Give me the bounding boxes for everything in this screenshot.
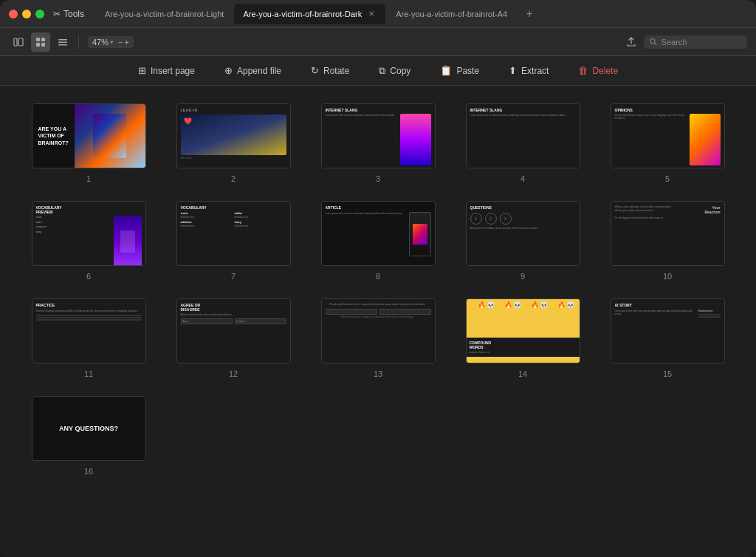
list-view-button[interactable] bbox=[53, 33, 72, 52]
slide-number-14: 14 bbox=[518, 369, 527, 378]
tab-light-label: Are-you-a-victim-of-brainrot-Light bbox=[105, 10, 224, 18]
slide2-label: LEAD-IN bbox=[181, 108, 286, 112]
sidebar-icon bbox=[13, 37, 24, 47]
zoom-chevron-icon: ▾ bbox=[110, 38, 114, 46]
svg-point-9 bbox=[650, 39, 655, 44]
slide-thumb-1[interactable]: ARE YOU AVICTIM OFBRAINROT? bbox=[32, 103, 146, 168]
append-file-icon: ⊕ bbox=[224, 65, 233, 76]
slide-number-8: 8 bbox=[376, 272, 380, 281]
append-file-label: Append file bbox=[237, 66, 281, 76]
add-tab-button[interactable]: + bbox=[520, 5, 538, 23]
sidebar-toggle-button[interactable] bbox=[9, 33, 28, 52]
slides-content: ARE YOU AVICTIM OFBRAINROT? 1 LEAD-IN ❤️… bbox=[0, 86, 756, 557]
list-item: QUESTIONS 1 2 3 What is the term 'Skibid… bbox=[458, 201, 588, 281]
copy-icon: ⧉ bbox=[379, 65, 385, 77]
list-item: People with brainrot tend to express the… bbox=[313, 298, 443, 378]
slide-thumb-14[interactable]: ⚡🔥💀⚡ 🔥💀⚡🔥 💀⚡🔥💀 COMPOUNDWORDS brainrot = … bbox=[466, 298, 580, 363]
list-item: PRACTICE Read the following sentences an… bbox=[24, 298, 154, 378]
list-item: ANY QUESTIONS? 16 bbox=[24, 396, 154, 476]
paste-button[interactable]: 📋 Paste bbox=[434, 62, 485, 79]
slide-thumb-3[interactable]: INTERNET SLANG Lorem ipsum dolor sit ame… bbox=[321, 103, 436, 168]
slide-number-15: 15 bbox=[663, 369, 672, 378]
tools-label: Tools bbox=[63, 9, 84, 19]
tab-a4-label: Are-you-a-victim-of-brainrot-A4 bbox=[396, 10, 507, 18]
slide-thumb-5[interactable]: OPINIONS Do you think internet slang is … bbox=[611, 103, 725, 168]
list-item: AGREE ORDISAGREE Which would be better t… bbox=[168, 298, 298, 378]
insert-page-label: Insert page bbox=[151, 66, 195, 76]
copy-label: Copy bbox=[390, 66, 410, 76]
slide-number-5: 5 bbox=[665, 174, 670, 183]
tab-light[interactable]: Are-you-a-victim-of-brainrot-Light bbox=[96, 4, 233, 24]
slide-thumb-4[interactable]: INTERNET SLANG Lorem ipsum dolor sit ame… bbox=[466, 103, 580, 168]
list-item: What is your estimate of how often inter… bbox=[602, 201, 732, 281]
slide-thumb-16[interactable]: ANY QUESTIONS? bbox=[32, 396, 146, 461]
slide-thumb-9[interactable]: QUESTIONS 1 2 3 What is the term 'Skibid… bbox=[466, 201, 580, 266]
svg-rect-6 bbox=[58, 39, 67, 41]
extract-icon: ⬆ bbox=[509, 65, 517, 76]
slides-grid: ARE YOU AVICTIM OFBRAINROT? 1 LEAD-IN ❤️… bbox=[24, 103, 732, 476]
grid-icon bbox=[35, 37, 46, 47]
rotate-button[interactable]: ↻ Rotate bbox=[305, 62, 355, 79]
paste-label: Paste bbox=[456, 66, 479, 76]
list-item: ARE YOU AVICTIM OFBRAINROT? 1 bbox=[24, 103, 154, 183]
slide-thumb-8[interactable]: ARTICLE Lorem ipsum dolor sit amet conse… bbox=[321, 201, 436, 266]
tools-icon: ✂ bbox=[53, 9, 61, 19]
zoom-decrease-button[interactable]: − bbox=[118, 38, 123, 47]
svg-rect-3 bbox=[41, 38, 45, 41]
slide-thumb-11[interactable]: PRACTICE Read the following sentences an… bbox=[32, 298, 146, 363]
slide-number-13: 13 bbox=[374, 369, 382, 378]
slide-thumb-2[interactable]: LEAD-IN ❤️ text content bbox=[176, 103, 291, 168]
copy-button[interactable]: ⧉ Copy bbox=[373, 62, 416, 80]
slide-number-4: 4 bbox=[520, 174, 525, 183]
slide-number-6: 6 bbox=[86, 272, 91, 281]
rotate-label: Rotate bbox=[323, 66, 349, 76]
list-item: ARTICLE Lorem ipsum dolor sit amet conse… bbox=[313, 201, 443, 281]
delete-label: Delete bbox=[592, 66, 618, 76]
slide-thumb-7[interactable]: VOCABULARY victim definition here addict… bbox=[176, 201, 291, 266]
slide-thumb-15[interactable]: AI STORY Once upon a time there was a pe… bbox=[611, 298, 725, 363]
search-box[interactable] bbox=[644, 35, 747, 49]
search-input[interactable] bbox=[662, 38, 741, 47]
extract-label: Extract bbox=[521, 66, 549, 76]
extract-button[interactable]: ⬆ Extract bbox=[503, 62, 554, 79]
list-item: INTERNET SLANG Lorem ipsum dolor sit ame… bbox=[313, 103, 443, 183]
svg-rect-0 bbox=[14, 38, 17, 46]
slide-number-10: 10 bbox=[663, 272, 672, 281]
maximize-button[interactable] bbox=[35, 10, 44, 18]
traffic-lights bbox=[9, 10, 44, 18]
insert-page-button[interactable]: ⊞ Insert page bbox=[132, 62, 201, 79]
insert-page-icon: ⊞ bbox=[138, 65, 146, 76]
toolbar-left: 47% ▾ − + bbox=[9, 33, 134, 52]
svg-rect-7 bbox=[58, 41, 67, 43]
slide-thumb-10[interactable]: What is your estimate of how often inter… bbox=[611, 201, 725, 266]
tools-menu[interactable]: ✂ Tools bbox=[53, 9, 84, 19]
list-item: INTERNET SLANG Lorem ipsum dolor sit ame… bbox=[458, 103, 588, 183]
zoom-value: 47% bbox=[92, 38, 109, 47]
tab-a4[interactable]: Are-you-a-victim-of-brainrot-A4 bbox=[387, 4, 516, 24]
tab-bar: Are-you-a-victim-of-brainrot-Light Are-y… bbox=[96, 4, 747, 24]
paste-icon: 📋 bbox=[440, 65, 452, 76]
minimize-button[interactable] bbox=[22, 10, 31, 18]
delete-button[interactable]: 🗑 Delete bbox=[572, 62, 624, 79]
slide-number-2: 2 bbox=[231, 174, 236, 183]
delete-icon: 🗑 bbox=[578, 65, 588, 76]
share-button[interactable] bbox=[622, 33, 641, 52]
slide-thumb-6[interactable]: VOCABULARYPREVIEW victim addict compound… bbox=[32, 201, 146, 266]
tab-dark[interactable]: Are-you-a-victim-of-brainrot-Dark ✕ bbox=[234, 4, 385, 24]
slide-thumb-12[interactable]: AGREE ORDISAGREE Which would be better t… bbox=[176, 298, 291, 363]
grid-view-button[interactable] bbox=[31, 33, 50, 52]
close-button[interactable] bbox=[9, 10, 18, 18]
tab-dark-label: Are-you-a-victim-of-brainrot-Dark bbox=[243, 10, 362, 18]
slide-number-3: 3 bbox=[376, 174, 380, 183]
append-file-button[interactable]: ⊕ Append file bbox=[219, 62, 287, 79]
zoom-control[interactable]: 47% ▾ − + bbox=[88, 36, 134, 48]
svg-rect-2 bbox=[36, 38, 40, 41]
slide-thumb-13[interactable]: People with brainrot tend to express the… bbox=[321, 298, 436, 363]
share-icon bbox=[626, 37, 636, 47]
zoom-increase-button[interactable]: + bbox=[124, 38, 128, 47]
slide-number-11: 11 bbox=[84, 369, 93, 378]
slide-number-12: 12 bbox=[229, 369, 238, 378]
tab-close-icon[interactable]: ✕ bbox=[366, 9, 377, 19]
list-item: OPINIONS Do you think internet slang is … bbox=[602, 103, 732, 183]
slide-number-7: 7 bbox=[231, 272, 236, 281]
